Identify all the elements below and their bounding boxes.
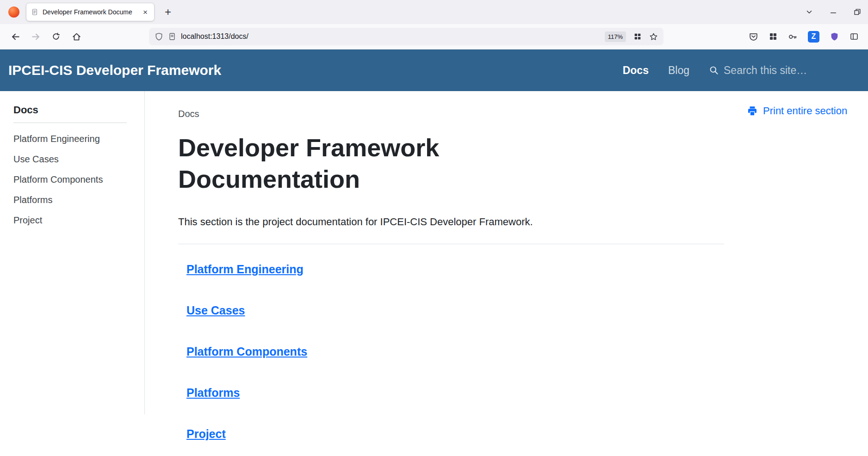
z-extension-icon[interactable]: Z [808, 31, 819, 43]
tracking-protection-shield-icon[interactable] [155, 32, 163, 41]
sidebar-item-platform-engineering[interactable]: Platform Engineering [13, 132, 144, 145]
section-link-list: Platform Engineering Use Cases Platform … [178, 263, 724, 441]
browser-toolbar: localhost:1313/docs/ 117% Z [0, 24, 868, 49]
nav-link-blog[interactable]: Blog [668, 64, 689, 77]
content-area: Docs Platform Engineering Use Cases Plat… [0, 91, 868, 414]
breadcrumb[interactable]: Docs [178, 109, 724, 119]
url-bar[interactable]: localhost:1313/docs/ 117% [149, 28, 663, 45]
extensions-icon[interactable] [769, 32, 778, 41]
site-header: IPCEI-CIS Developer Framework Docs Blog [0, 49, 868, 91]
tab-list-chevron-icon[interactable] [805, 8, 813, 16]
section-link-platforms[interactable]: Platforms [186, 386, 724, 400]
docs-sidebar: Docs Platform Engineering Use Cases Plat… [0, 91, 145, 414]
shortcuts-grid-icon[interactable] [633, 32, 642, 41]
browser-tab-bar: Developer Framework Docume × + [0, 0, 868, 24]
window-restore-button[interactable] [853, 8, 862, 16]
section-link-platform-components[interactable]: Platform Components [186, 345, 724, 358]
browser-tab[interactable]: Developer Framework Docume × [26, 3, 155, 21]
home-button[interactable] [68, 28, 85, 45]
print-section-link[interactable]: Print entire section [746, 105, 868, 117]
print-section-label: Print entire section [763, 105, 847, 117]
main-content: Docs Developer Framework Documentation T… [145, 91, 736, 414]
reload-button[interactable] [47, 28, 65, 45]
zoom-level-badge[interactable]: 117% [605, 31, 626, 42]
forward-button[interactable] [27, 28, 44, 45]
divider [178, 244, 724, 244]
tab-title: Developer Framework Docume [43, 8, 137, 16]
tab-close-icon[interactable]: × [141, 7, 149, 17]
sidebar-item-use-cases[interactable]: Use Cases [13, 153, 144, 166]
section-link-use-cases[interactable]: Use Cases [186, 304, 724, 317]
page-info-icon[interactable] [168, 32, 176, 41]
firefox-profile-icon[interactable] [8, 6, 19, 18]
printer-icon [746, 105, 758, 117]
section-link-platform-engineering[interactable]: Platform Engineering [186, 263, 724, 276]
sidebar-item-platforms[interactable]: Platforms [13, 193, 144, 206]
sidebar-heading[interactable]: Docs [13, 104, 127, 123]
bookmark-star-icon[interactable] [649, 32, 658, 41]
site-nav: Docs Blog [623, 64, 825, 77]
password-key-icon[interactable] [788, 32, 798, 42]
site-search[interactable] [709, 64, 825, 77]
window-minimize-button[interactable] [829, 8, 837, 16]
new-tab-button[interactable]: + [161, 6, 175, 18]
sidebar-item-project[interactable]: Project [13, 214, 144, 227]
site-title[interactable]: IPCEI-CIS Developer Framework [8, 62, 623, 78]
sidebar-item-platform-components[interactable]: Platform Components [13, 173, 144, 186]
back-button[interactable] [6, 28, 24, 45]
section-link-project[interactable]: Project [186, 427, 724, 441]
search-input[interactable] [724, 64, 825, 77]
page-title: Developer Framework Documentation [178, 132, 558, 195]
intro-paragraph: This section is the project documentatio… [178, 216, 724, 228]
privacy-shield-extension-icon[interactable] [830, 32, 839, 42]
url-host: localhost [181, 32, 210, 40]
tab-favicon-icon [31, 8, 38, 16]
url-text[interactable]: localhost:1313/docs/ [181, 32, 600, 41]
right-toolbox: Print entire section [736, 91, 868, 414]
sidebar-toggle-icon[interactable] [849, 32, 859, 41]
nav-link-docs[interactable]: Docs [623, 64, 649, 77]
search-icon [709, 65, 719, 75]
url-path: :1313/docs/ [210, 32, 248, 40]
pocket-icon[interactable] [749, 32, 758, 42]
